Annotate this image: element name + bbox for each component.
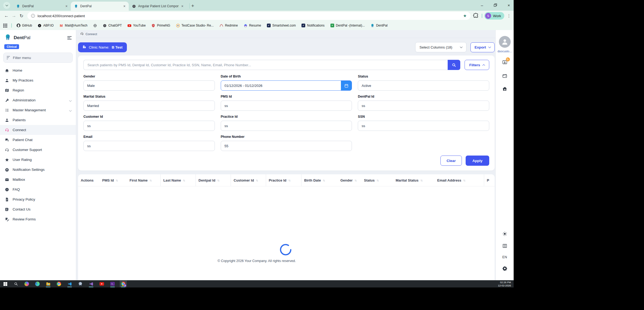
bookmark-resume[interactable]: Resume xyxy=(244,24,261,28)
sort-icon[interactable]: ↑↓ xyxy=(183,179,185,182)
filter-status-input[interactable] xyxy=(358,80,489,91)
bookmark-star-icon[interactable]: ★ xyxy=(463,13,466,18)
search-button[interactable] xyxy=(448,60,460,70)
contact-sync-icon[interactable]: ↻ xyxy=(502,60,508,66)
sort-icon[interactable]: ↑↓ xyxy=(463,179,465,182)
sidebar-toggle-icon[interactable] xyxy=(67,36,72,39)
bookmark-youtube[interactable]: YouTube xyxy=(127,24,146,28)
column-header-first-name[interactable]: First Name↑↓ xyxy=(127,174,161,186)
new-tab-button[interactable]: + xyxy=(189,3,196,9)
select-columns-dropdown[interactable]: Select Columns (18) xyxy=(415,42,466,52)
filter-date-of-birth-input[interactable]: 01/12/2026 - 01/12/2026 xyxy=(221,80,352,91)
sidebar-item-contact-us[interactable]: Contact Us xyxy=(0,204,76,214)
settings-gear-icon[interactable] xyxy=(502,266,507,271)
filter-practice-id-input[interactable] xyxy=(221,121,352,131)
bookmark-dentpal[interactable]: DentPal xyxy=(370,24,388,28)
column-header-customer-id[interactable]: Customer Id↑↓ xyxy=(231,174,266,186)
filter-phone-number-input[interactable] xyxy=(221,141,352,151)
extensions-icon[interactable] xyxy=(473,12,480,19)
tab-close-icon[interactable]: × xyxy=(181,4,184,8)
tab-close-icon[interactable]: × xyxy=(65,4,68,8)
address-bar[interactable]: i localhost:4200/connect-patient ★ xyxy=(27,12,470,20)
user-avatar[interactable] xyxy=(499,36,511,48)
filter-gender-input[interactable] xyxy=(83,80,215,91)
filter-ssn-input[interactable] xyxy=(358,121,489,131)
bookmark-globe[interactable] xyxy=(93,24,97,28)
tab-close-icon[interactable]: × xyxy=(123,4,126,8)
bookmark-redmine[interactable]: Redmine xyxy=(219,24,238,28)
taskbar-copilot[interactable] xyxy=(23,281,30,287)
filter-dentpal-id-input[interactable] xyxy=(358,101,489,111)
sort-icon[interactable]: ↑↓ xyxy=(420,179,422,182)
site-info-icon[interactable]: i xyxy=(31,14,35,18)
taskbar-visual-studio[interactable] xyxy=(87,281,95,287)
minimize-button[interactable]: – xyxy=(479,3,485,8)
sidebar-item-master-management[interactable]: Master Management xyxy=(0,105,76,115)
bookmark-notifications[interactable]: ✓Notifications xyxy=(301,24,325,28)
browser-tab-dentpal[interactable]: DentPal× xyxy=(13,2,71,11)
bookmark-smartsheet-com[interactable]: ✓Smartsheet.com xyxy=(267,24,296,28)
column-header-gender[interactable]: Gender↑↓ xyxy=(338,174,361,186)
sort-icon[interactable]: ↑↓ xyxy=(323,179,325,182)
profile-chip[interactable]: S Work xyxy=(484,12,504,20)
apply-button[interactable]: Apply xyxy=(466,156,489,166)
column-header-practice-id[interactable]: Practice Id↑↓ xyxy=(266,174,301,186)
bookmark-primeng[interactable]: PrimeNG xyxy=(151,24,170,28)
sort-icon[interactable]: ↑↓ xyxy=(355,179,356,182)
close-button[interactable]: × xyxy=(506,3,511,8)
taskbar-terminal[interactable]: >_ xyxy=(109,281,116,287)
taskbar-edge[interactable] xyxy=(34,281,41,287)
layout-columns-icon[interactable] xyxy=(502,243,507,249)
sort-icon[interactable]: ↑↓ xyxy=(256,179,258,182)
sidebar-item-customer-support[interactable]: Customer Support xyxy=(0,145,76,155)
language-switch[interactable]: EN xyxy=(502,255,507,259)
filters-toggle-button[interactable]: Filters xyxy=(465,60,489,70)
sidebar-item-connect[interactable]: Connect xyxy=(0,125,76,135)
bookmark-abp-io[interactable]: aABP.IO xyxy=(38,24,53,28)
taskbar-chrome-profile[interactable]: S xyxy=(120,281,127,287)
sort-icon[interactable]: ↑↓ xyxy=(377,179,378,182)
taskbar-search[interactable] xyxy=(12,281,20,287)
reload-icon[interactable]: ↻ xyxy=(18,12,25,20)
bookmark-testcase-studio-re[interactable]: TestCase Studio- Re... xyxy=(176,24,214,28)
calendar-button[interactable] xyxy=(341,81,352,90)
tab-search-button[interactable] xyxy=(3,2,10,9)
sort-icon[interactable]: ↑↓ xyxy=(149,179,151,182)
menu-filter-input[interactable] xyxy=(12,56,69,60)
taskbar-clock[interactable]: 02:26 PM 12-02-2026 xyxy=(498,281,514,287)
sidebar-item-patient-chat[interactable]: Patient Chat xyxy=(0,135,76,145)
url-text[interactable]: localhost:4200/connect-patient xyxy=(38,14,460,18)
column-header-birth-date[interactable]: Birth Date↑↓ xyxy=(301,174,338,186)
column-header-status[interactable]: Status↑↓ xyxy=(361,174,393,186)
sort-icon[interactable]: ↑↓ xyxy=(217,179,219,182)
clear-button[interactable]: Clear xyxy=(440,156,462,166)
column-header-marital-status[interactable]: Marital Status↑↓ xyxy=(393,174,435,186)
sidebar-item-patients[interactable]: Patients xyxy=(0,115,76,125)
export-button[interactable]: Export xyxy=(470,42,495,52)
browser-menu-icon[interactable]: ⋮ xyxy=(507,13,511,18)
forward-icon[interactable]: → xyxy=(10,12,18,20)
browser-tab-dentpal[interactable]: DentPal× xyxy=(71,2,129,11)
bookmark-chatgpt[interactable]: ChatGPT xyxy=(103,24,122,28)
sort-icon[interactable]: ↑↓ xyxy=(288,179,290,182)
menu-filter-box[interactable] xyxy=(3,53,73,63)
filter-pms-id-input[interactable] xyxy=(221,101,352,111)
sidebar-item-privacy-policy[interactable]: Privacy Policy xyxy=(0,194,76,204)
sidebar-item-administration[interactable]: Administration xyxy=(0,95,76,105)
sidebar-item-home[interactable]: Home xyxy=(0,65,76,75)
filter-marital-status-input[interactable] xyxy=(83,101,215,111)
breadcrumb[interactable]: Connect xyxy=(76,30,496,38)
browser-tab-angular-patient-list-componen[interactable]: Angular Patient List Componen× xyxy=(129,2,187,11)
filter-customer-id-input[interactable] xyxy=(83,121,215,131)
sort-icon[interactable]: ↑↓ xyxy=(116,179,117,182)
sidebar-item-faq[interactable]: ?FAQ xyxy=(0,184,76,194)
taskbar-file-explorer[interactable] xyxy=(45,281,52,287)
filter-email-input[interactable] xyxy=(83,141,215,151)
bookmark-github[interactable]: GitHub xyxy=(16,24,32,28)
theme-sun-icon[interactable] xyxy=(502,231,507,237)
sidebar-item-notification-settings[interactable]: Notification Settings xyxy=(0,165,76,175)
taskbar-youtube[interactable] xyxy=(98,281,105,287)
bookmark-mail-aumtech[interactable]: MMail@AumTech xyxy=(59,24,87,28)
back-icon[interactable]: ← xyxy=(3,12,10,20)
sidebar-item-region[interactable]: Region xyxy=(0,85,76,95)
